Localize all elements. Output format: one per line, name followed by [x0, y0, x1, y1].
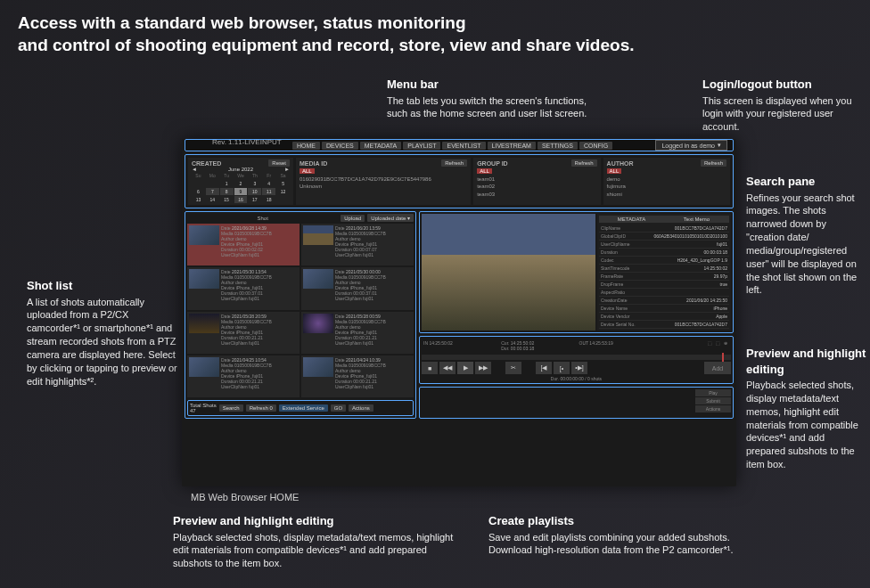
shot-item[interactable]: Date 2021/04/25 10:54 Media 010500919BCC… — [187, 355, 300, 397]
calendar-day[interactable]: 3 — [248, 180, 261, 187]
tab-home[interactable]: HOME — [292, 142, 320, 150]
search-button[interactable]: Search — [219, 404, 243, 412]
calendar-day[interactable]: 4 — [262, 180, 275, 187]
calendar-day[interactable]: 5 — [276, 180, 290, 187]
metadata-row: Device VendorApple — [599, 313, 729, 321]
refresh-button[interactable]: Refresh — [571, 159, 597, 167]
shot-item[interactable]: Date 2021/06/28 14:39 Media 010500919BCC… — [187, 224, 300, 265]
shot-item[interactable]: Date 2021/05/28 00:59 Media 010500919BCC… — [301, 312, 414, 354]
shot-item[interactable]: Date 2021/05/30 13:54 Media 010500919BCC… — [187, 267, 300, 309]
refresh-button[interactable]: Refresh — [441, 159, 467, 167]
actions-button[interactable]: Actions — [349, 404, 373, 412]
tab-config[interactable]: CONFIG — [579, 142, 612, 150]
play-button[interactable]: Play — [695, 389, 731, 396]
list-item[interactable]: 016029031BCC7B7DCA1A742D792E9C6C7E544798… — [300, 176, 467, 183]
mark-in-button[interactable]: [◀ — [536, 362, 552, 374]
metadata-row: CodecH264_420_LongGOP 1.9 — [599, 257, 729, 265]
app-caption: MB Web Browser HOME — [191, 492, 299, 502]
preview-video[interactable] — [422, 214, 595, 331]
calendar-day[interactable]: 15 — [220, 196, 234, 203]
metadata-panel: METADATA Text Memo ClipName001BCC7B7DCA1… — [597, 214, 731, 331]
all-tag[interactable]: ALL — [607, 168, 622, 174]
calendar-day[interactable]: 7 — [206, 188, 219, 195]
mark-button[interactable]: [• — [554, 362, 570, 374]
stop-button[interactable]: ■ — [422, 362, 438, 374]
shot-footer: Total Shots47 Search Refresh 0 Extended … — [187, 400, 414, 416]
reset-button[interactable]: Reset — [268, 159, 290, 167]
calendar-day[interactable]: 16 — [234, 196, 248, 203]
shot-item[interactable]: Date 2021/05/30 00:00 Media 010500919BCC… — [301, 267, 414, 309]
go-button[interactable]: GO — [331, 404, 346, 412]
tc-icon[interactable]: ⊕ — [724, 340, 727, 346]
calendar-day[interactable]: 6 — [192, 188, 205, 195]
metadata-row: Duration00:00:03:18 — [599, 249, 729, 257]
calendar-day[interactable]: 10 — [248, 188, 261, 195]
step-back-button[interactable]: ◀◀ — [439, 362, 456, 374]
calendar-day[interactable]: 2 — [234, 180, 248, 187]
shot-item[interactable]: Date 2021/05/28 20:59 Media 010500919BCC… — [187, 312, 300, 354]
upload-button[interactable]: Upload — [341, 215, 365, 222]
calendar-day[interactable]: 1 — [220, 180, 234, 187]
tab-devices[interactable]: DEVICES — [322, 142, 358, 150]
all-tag[interactable]: ALL — [477, 168, 492, 174]
calendar-day[interactable]: 13 — [192, 196, 205, 203]
refresh-button[interactable]: Refresh 0 — [246, 404, 276, 412]
list-item[interactable]: shiomi — [607, 191, 726, 198]
tab-metadata[interactable]: METADATA — [599, 216, 664, 223]
metadata-row: AspectRatio — [599, 289, 729, 297]
calendar-day[interactable]: 8 — [220, 188, 234, 195]
shot-item[interactable]: Date 2021/04/24 10:39 Media 010500919BCC… — [301, 355, 414, 397]
tab-eventlist[interactable]: EVENTLIST — [442, 142, 485, 150]
timeline-scrubber[interactable] — [422, 355, 731, 360]
tab-playlist[interactable]: PLAYLIST — [403, 142, 440, 150]
calendar-day[interactable]: 9 — [234, 188, 248, 195]
callout-preview-bottom: Preview and highlight editingPlayback se… — [173, 513, 458, 570]
metadata-row: CreationDate2021/06/20 14:25:50 — [599, 297, 729, 305]
sort-dropdown[interactable]: Uploaded date ▾ — [367, 214, 414, 222]
list-item[interactable]: team02 — [477, 183, 596, 190]
calendar-day[interactable]: 18 — [262, 196, 275, 203]
refresh-button[interactable]: Refresh — [701, 159, 726, 167]
list-item[interactable]: Unknown — [300, 183, 467, 190]
item-drop-area[interactable] — [422, 389, 695, 416]
list-item[interactable]: demo — [607, 176, 726, 183]
mark-out-button[interactable]: •▶] — [571, 362, 587, 374]
actions-button[interactable]: Actions — [695, 405, 731, 412]
shot-thumbnail — [189, 225, 219, 245]
created-pane: CREATED Reset ◄June 2022► SuMoTuWeThFrSa… — [188, 158, 293, 205]
list-item[interactable]: fujimura — [607, 183, 726, 190]
submit-button[interactable]: Submit — [695, 397, 731, 404]
add-button[interactable]: Add — [704, 362, 731, 374]
cut-button[interactable]: ✂ — [505, 362, 521, 374]
revision-label: Rev. 1.11-LIVEINPUT — [212, 138, 282, 146]
list-item[interactable]: team03 — [477, 191, 596, 198]
all-tag[interactable]: ALL — [300, 168, 315, 174]
shot-thumbnail — [303, 269, 333, 289]
metadata-row: FrameRate29.97p — [599, 273, 729, 281]
tab-livestream[interactable]: LIVESTREAM — [488, 142, 536, 150]
calendar-day[interactable]: 12 — [276, 188, 290, 195]
tc-icon[interactable]: ⬚ — [716, 340, 720, 346]
tab-metadata[interactable]: METADATA — [360, 142, 402, 150]
metadata-row: UserClipNamefuji01 — [599, 241, 729, 249]
metadata-row: ClipName001BCC7B7DCA1A742D7 — [599, 225, 729, 233]
calendar-day[interactable]: 11 — [262, 188, 275, 195]
metadata-row: GlobalClipID060A2B340101010501010D201010… — [599, 233, 729, 241]
preview-panel: METADATA Text Memo ClipName001BCC7B7DCA1… — [419, 211, 734, 333]
step-fwd-button[interactable]: ▶▶ — [475, 362, 491, 374]
calendar-day[interactable] — [206, 180, 219, 187]
tab-settings[interactable]: SETTINGS — [538, 142, 578, 150]
shot-list-panel: Shot Upload Uploaded date ▾ Date 2021/06… — [185, 211, 416, 419]
shot-thumbnail — [189, 357, 219, 377]
play-button[interactable]: ▶ — [457, 362, 473, 374]
tc-icon[interactable]: ⬚ — [708, 340, 712, 346]
calendar-day[interactable]: 17 — [248, 196, 261, 203]
tab-textmemo[interactable]: Text Memo — [664, 216, 729, 223]
calendar-day[interactable]: 14 — [206, 196, 219, 203]
search-pane: CREATED Reset ◄June 2022► SuMoTuWeThFrSa… — [185, 154, 734, 208]
list-item[interactable]: team01 — [477, 176, 596, 183]
shot-item[interactable]: Date 2021/06/20 13:59 Media 010500919BCC… — [301, 224, 414, 265]
login-status[interactable]: Logged in as demo▾ — [655, 140, 727, 151]
calendar-day[interactable] — [192, 180, 205, 187]
extended-service-button[interactable]: Extended Service — [279, 404, 328, 412]
